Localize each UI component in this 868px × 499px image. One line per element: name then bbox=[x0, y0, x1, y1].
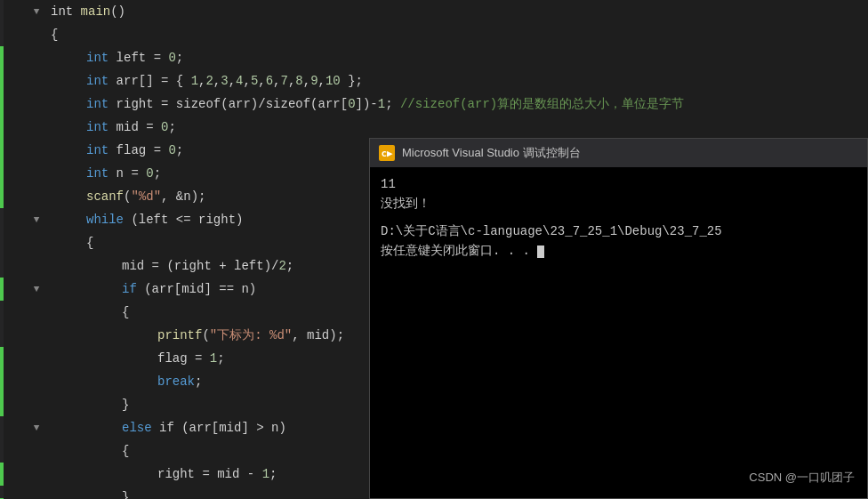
code-token: sizeof bbox=[266, 97, 310, 111]
code-token: mid = bbox=[108, 120, 161, 134]
line-content-20: { bbox=[42, 439, 129, 463]
code-token: int bbox=[86, 74, 108, 88]
code-token: ; bbox=[217, 351, 224, 366]
code-token: } bbox=[122, 398, 129, 412]
code-token: 7 bbox=[281, 74, 288, 88]
line-content-18: } bbox=[42, 393, 129, 416]
line-content-1: int main() bbox=[42, 0, 125, 23]
code-token: ; bbox=[269, 467, 277, 481]
code-token: ; bbox=[168, 120, 175, 134]
console-output-number: 11 bbox=[381, 177, 396, 191]
code-token: n = bbox=[108, 166, 146, 181]
code-token: int bbox=[86, 97, 108, 111]
code-token: ( bbox=[202, 328, 209, 342]
code-token: sizeof bbox=[176, 97, 221, 111]
line-content-19: else if (arr[mid] > n) bbox=[42, 416, 286, 439]
code-token: 10 bbox=[326, 74, 341, 88]
code-token: ])- bbox=[356, 97, 378, 111]
line-content-11: { bbox=[42, 231, 93, 254]
code-token: int bbox=[86, 51, 108, 65]
console-titlebar: c▶ Microsoft Visual Studio 调试控制台 bbox=[370, 139, 867, 167]
code-line-6: int mid = 0; bbox=[0, 116, 868, 139]
collapse-marker-19[interactable]: ▼ bbox=[31, 416, 42, 439]
code-token: , bbox=[273, 74, 280, 88]
console-title: Microsoft Visual Studio 调试控制台 bbox=[402, 145, 581, 161]
line-content-10: while (left <= right) bbox=[42, 208, 243, 231]
code-token: () bbox=[110, 4, 125, 19]
code-token: (arr[mid] == n) bbox=[137, 282, 256, 296]
code-token: printf bbox=[157, 328, 202, 342]
code-token: mid = (right + left)/ bbox=[122, 259, 278, 273]
collapse-marker-10[interactable]: ▼ bbox=[31, 208, 42, 231]
code-line-2: { bbox=[0, 23, 868, 46]
code-token: 2 bbox=[205, 74, 213, 88]
line-content-17: break; bbox=[42, 370, 202, 393]
code-token: { bbox=[122, 305, 129, 319]
console-icon-text: c▶ bbox=[381, 148, 392, 159]
code-token: 2 bbox=[278, 259, 285, 273]
line-content-8: int n = 0; bbox=[42, 162, 161, 185]
code-token: int bbox=[86, 120, 108, 134]
code-token: ; bbox=[385, 97, 400, 111]
console-cursor bbox=[537, 245, 544, 258]
console-body: 11 没找到！ D:\关于C语言\c-language\23_7_25_1\De… bbox=[370, 167, 867, 498]
code-token: //sizeof(arr)算的是数组的总大小，单位是字节 bbox=[400, 97, 684, 111]
code-token: ; bbox=[176, 143, 183, 157]
code-token: ; bbox=[176, 51, 183, 65]
code-token: right = bbox=[108, 97, 176, 111]
line-content-14: { bbox=[42, 301, 129, 324]
console-window: c▶ Microsoft Visual Studio 调试控制台 11 没找到！… bbox=[369, 138, 868, 499]
code-token: { bbox=[122, 444, 129, 458]
code-token: , bbox=[213, 74, 221, 88]
code-token: , bbox=[258, 74, 265, 88]
code-token: , bbox=[229, 74, 236, 88]
watermark-text: CSDN @一口叽团子 bbox=[749, 471, 855, 484]
line-content-21: right = mid - 1; bbox=[42, 463, 277, 486]
line-content-12: mid = (right + left)/2; bbox=[42, 254, 293, 278]
code-line-3: int left = 0; bbox=[0, 46, 868, 69]
code-token: "下标为: %d" bbox=[210, 328, 292, 342]
line-content-2: { bbox=[42, 23, 58, 46]
code-token: 1 bbox=[262, 467, 269, 481]
code-token: 1 bbox=[191, 74, 198, 88]
code-token: 1 bbox=[210, 351, 217, 366]
code-token: int bbox=[86, 143, 108, 157]
console-line-2: 没找到！ bbox=[381, 194, 856, 213]
code-token: (arr[ bbox=[310, 97, 348, 111]
code-token: 8 bbox=[295, 74, 302, 88]
code-token: arr[] = { bbox=[108, 74, 190, 88]
code-token: if bbox=[122, 282, 137, 296]
code-token: }; bbox=[341, 74, 363, 88]
line-content-16: flag = 1; bbox=[42, 347, 225, 370]
code-token: 0 bbox=[146, 166, 153, 181]
line-content-13: if (arr[mid] == n) bbox=[42, 278, 256, 301]
code-token: , bbox=[243, 74, 250, 88]
console-watermark: CSDN @一口叽团子 bbox=[749, 469, 855, 487]
code-token: 0 bbox=[168, 51, 175, 65]
code-token: while bbox=[86, 213, 124, 227]
collapse-marker-13[interactable]: ▼ bbox=[31, 278, 42, 301]
code-token: break bbox=[157, 374, 195, 389]
console-output-path: D:\关于C语言\c-language\23_7_25_1\Debug\23_7… bbox=[381, 224, 722, 238]
code-token: 0 bbox=[168, 143, 175, 157]
code-token: ; bbox=[286, 259, 293, 273]
console-output-anykey: 按任意键关闭此窗口. . . bbox=[381, 244, 530, 258]
code-line-1: ▼ int main() bbox=[0, 0, 868, 23]
code-token: , mid); bbox=[292, 328, 344, 342]
code-token: int bbox=[86, 166, 108, 181]
code-token: scanf bbox=[86, 189, 124, 204]
line-content-7: int flag = 0; bbox=[42, 139, 183, 162]
code-token: 9 bbox=[310, 74, 317, 88]
line-content-4: int arr[] = { 1,2,3,4,5,6,7,8,9,10 }; bbox=[42, 69, 363, 93]
code-token: left = bbox=[108, 51, 168, 65]
line-content-15: printf("下标为: %d", mid); bbox=[42, 324, 344, 347]
code-token: (left <= right) bbox=[124, 213, 243, 227]
code-line-5: int right = sizeof(arr)/sizeof(arr[0])-1… bbox=[0, 93, 868, 116]
line-content-6: int mid = 0; bbox=[42, 116, 176, 139]
code-token: ; bbox=[195, 374, 202, 389]
code-token: flag = bbox=[157, 351, 210, 366]
line-content-22: } bbox=[42, 486, 129, 499]
collapse-marker-1[interactable]: ▼ bbox=[31, 0, 42, 23]
code-token: { bbox=[86, 236, 93, 250]
console-output-notfound: 没找到！ bbox=[381, 197, 430, 211]
